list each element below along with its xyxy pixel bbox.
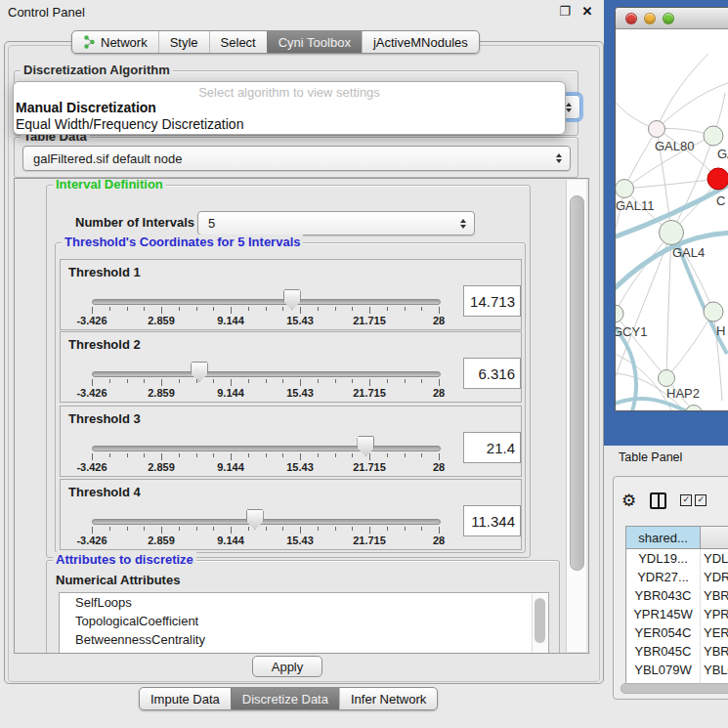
dropdown-item-manual[interactable]: Manual Discretization xyxy=(14,100,565,116)
threshold-2-value-field[interactable]: 6.316 xyxy=(463,358,521,389)
threshold-1-value-field[interactable]: 14.713 xyxy=(463,285,521,317)
attributes-scrollbar-thumb[interactable] xyxy=(535,598,545,643)
close-traffic-light[interactable] xyxy=(625,13,637,24)
attribute-item[interactable]: BetweennessCentrality xyxy=(60,630,548,649)
table-row[interactable]: YDR27...YDR2 xyxy=(626,568,728,586)
table-cell[interactable]: YPR1 xyxy=(701,605,728,623)
slider-tick xyxy=(231,453,232,460)
slider-tick xyxy=(300,307,301,314)
table-row[interactable]: YBR043CYBR0 xyxy=(626,586,728,605)
table-row[interactable]: YER054CYER0 xyxy=(626,623,728,642)
number-of-intervals-combobox[interactable]: 5 xyxy=(197,211,475,236)
column-header-name[interactable]: name xyxy=(701,527,728,548)
attributes-scrollbar[interactable] xyxy=(532,594,547,654)
network-node[interactable] xyxy=(686,406,703,411)
threshold-4-value-field[interactable]: 11.344 xyxy=(463,505,521,536)
zoom-traffic-light[interactable] xyxy=(663,13,674,24)
table-cell[interactable]: YBR043C xyxy=(626,586,701,605)
tab-impute-data[interactable]: Impute Data xyxy=(140,688,231,709)
close-icon[interactable]: ✕ xyxy=(580,4,594,19)
attribute-item[interactable]: SelfLoops xyxy=(60,593,548,612)
network-edge[interactable] xyxy=(624,179,718,189)
tab-jactivemnodules[interactable]: jActiveMNodules xyxy=(362,31,479,53)
slider-tick-label: 28 xyxy=(433,387,445,399)
slider-tick xyxy=(318,453,319,457)
network-node[interactable] xyxy=(659,370,675,387)
network-node[interactable] xyxy=(704,302,723,321)
table-row[interactable]: YBL079WYBL0 xyxy=(626,661,728,679)
slider-tick xyxy=(213,527,214,531)
table-cell[interactable]: YBL0 xyxy=(701,661,728,679)
dropdown-item-equal-width[interactable]: Equal Width/Frequency Discretization xyxy=(14,116,565,133)
slider-tick xyxy=(109,307,110,311)
slider-tick-label: 9.144 xyxy=(217,387,244,399)
table-cell[interactable]: YDR2 xyxy=(701,568,728,586)
split-columns-icon[interactable] xyxy=(650,492,666,509)
network-node[interactable] xyxy=(707,168,728,190)
slider-tick-label: 15.43 xyxy=(286,535,314,546)
network-edge[interactable] xyxy=(616,314,666,378)
network-edge[interactable] xyxy=(666,312,713,378)
table-panel: ⚙ ✓ ✓ shared... name YDL19...YDL1YDR27..… xyxy=(613,476,728,700)
settings-viewport: Interval Definition Number of Intervals … xyxy=(14,178,589,654)
network-node[interactable] xyxy=(660,221,684,245)
slider-tick xyxy=(127,307,128,311)
network-edge[interactable] xyxy=(616,233,671,393)
table-cell[interactable]: YPR145W xyxy=(626,605,701,623)
tab-network[interactable]: Network xyxy=(72,31,158,53)
network-edge[interactable] xyxy=(666,233,671,378)
network-window-titlebar[interactable] xyxy=(616,8,728,29)
tab-select[interactable]: Select xyxy=(209,31,267,53)
table-cell[interactable]: YBR0 xyxy=(701,642,728,661)
network-node[interactable] xyxy=(704,126,723,146)
table-data-combobox[interactable]: galFiltered.sif default node xyxy=(22,146,571,171)
checkbox-icons[interactable]: ✓ ✓ xyxy=(680,494,707,506)
tab-infer-network[interactable]: Infer Network xyxy=(339,688,437,709)
table-cell[interactable]: YER054C xyxy=(626,623,701,642)
gear-icon[interactable]: ⚙ xyxy=(621,492,636,509)
column-header-shared[interactable]: shared... xyxy=(626,527,701,548)
slider-tick-label: 9.144 xyxy=(217,461,244,473)
minimize-traffic-light[interactable] xyxy=(644,13,656,24)
slider-tick xyxy=(144,527,145,531)
table-row[interactable]: YBR045CYBR0 xyxy=(626,642,728,661)
network-view-window[interactable]: GAL80GACGAL11GAL4GCY1HHAP2 xyxy=(615,7,728,411)
apply-button[interactable]: Apply xyxy=(252,656,322,677)
threshold-3-value-field[interactable]: 21.4 xyxy=(463,432,521,463)
table-row[interactable]: YDL19...YDL1 xyxy=(626,549,728,568)
network-edge[interactable] xyxy=(624,129,657,189)
network-edge[interactable] xyxy=(616,233,671,314)
table-horizontal-scrollbar[interactable] xyxy=(621,683,728,694)
settings-scrollbar[interactable] xyxy=(566,180,586,652)
attribute-item[interactable]: TopologicalCoefficient xyxy=(60,612,548,630)
table-cell[interactable]: YBR0 xyxy=(701,586,728,605)
table-cell[interactable]: YBR045C xyxy=(626,642,701,661)
float-window-icon[interactable]: ❐ xyxy=(558,4,572,19)
network-node[interactable] xyxy=(616,305,623,322)
network-edge[interactable] xyxy=(657,54,708,129)
slider-tick xyxy=(318,379,319,383)
slider-scale-labels: -3.4262.8599.14415.4321.71528 xyxy=(92,461,439,473)
slider-tick xyxy=(266,527,267,531)
network-node[interactable] xyxy=(649,121,665,138)
slider-tick xyxy=(387,307,388,311)
slider-tick xyxy=(127,453,128,457)
tab-cyni-toolbox[interactable]: Cyni Toolbox xyxy=(267,31,362,53)
table-cell[interactable]: YDL19... xyxy=(626,549,701,568)
tab-discretize-data[interactable]: Discretize Data xyxy=(231,688,339,709)
tab-style[interactable]: Style xyxy=(158,31,209,53)
table-row[interactable]: YPR145WYPR1 xyxy=(626,605,728,623)
table-cell[interactable]: YBL079W xyxy=(626,661,701,679)
checkbox-icon[interactable]: ✓ xyxy=(680,494,692,506)
slider-tick xyxy=(179,527,180,531)
table-cell[interactable]: YDL1 xyxy=(701,549,728,568)
table-cell[interactable]: YDR27... xyxy=(626,568,701,586)
network-canvas[interactable]: GAL80GACGAL11GAL4GCY1HHAP2 xyxy=(616,29,728,410)
network-node[interactable] xyxy=(616,180,634,198)
slider-tick-label: -3.426 xyxy=(76,535,107,546)
settings-scrollbar-thumb[interactable] xyxy=(570,195,584,571)
numerical-attributes-list[interactable]: SelfLoopsTopologicalCoefficientBetweenne… xyxy=(59,592,549,654)
table-cell[interactable]: YER0 xyxy=(701,623,728,642)
network-node-label: GAL11 xyxy=(616,198,655,213)
checkbox-icon[interactable]: ✓ xyxy=(695,494,707,506)
